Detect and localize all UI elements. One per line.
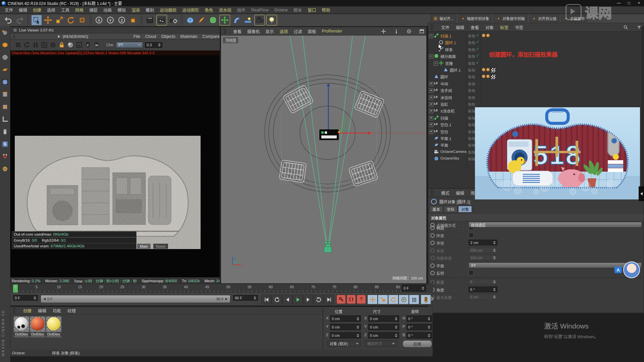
- attribute-spinner[interactable]: 8: [469, 279, 497, 285]
- align-button[interactable]: 对齐到父级: [529, 15, 559, 22]
- attribute-spinner[interactable]: 200 cm: [469, 247, 497, 253]
- visibility-toggle[interactable]: [468, 82, 472, 86]
- menu-item-main[interactable]: 捕捉: [89, 7, 98, 13]
- palette-axis-mode-icon[interactable]: [1, 115, 9, 124]
- menu-item-main[interactable]: 插件: [237, 7, 246, 13]
- material-tag-icon[interactable]: [486, 68, 490, 71]
- palette-texture-mode-icon[interactable]: [1, 53, 9, 62]
- tree-expander[interactable]: +: [429, 123, 433, 127]
- enabled-check-icon[interactable]: ✓: [476, 60, 479, 65]
- attr-tab[interactable]: 坐标: [444, 206, 458, 213]
- coords-input[interactable]: 0 cm: [368, 315, 399, 322]
- toolbar-light-icon[interactable]: [266, 15, 277, 25]
- tree-expander[interactable]: +: [429, 102, 433, 107]
- palette-snap-icon[interactable]: S: [1, 140, 9, 148]
- visibility-toggle[interactable]: [468, 75, 472, 79]
- menu-item-mat[interactable]: 纹理: [67, 307, 76, 314]
- texture-tag-icon[interactable]: [491, 68, 496, 73]
- object-row[interactable]: +L0洗手间: [428, 87, 644, 94]
- menu-item-main[interactable]: 动画: [103, 7, 112, 13]
- menu-item-attr[interactable]: 编辑: [456, 190, 464, 196]
- lv-lock-icon[interactable]: [57, 41, 66, 49]
- palette-paint-icon[interactable]: [1, 165, 9, 173]
- coords-input[interactable]: 0 °: [407, 332, 432, 339]
- menu-item-main[interactable]: 帮助: [322, 7, 330, 13]
- live-viewer-titlebar[interactable]: Live Viewer 3.07-R1: [10, 27, 220, 34]
- attribute-dropdown[interactable]: 自动适应: [469, 222, 642, 228]
- object-row[interactable]: 圆环: [428, 73, 644, 80]
- palette-points-mode-icon[interactable]: [1, 78, 9, 86]
- palette-edges-mode-icon[interactable]: [1, 90, 9, 99]
- toolbar-mograph-cloner-icon[interactable]: [219, 15, 230, 25]
- timeline-range-slider[interactable]: 0 F 90 F: [41, 295, 230, 303]
- live-viewer-menu-item[interactable]: Compare: [203, 34, 220, 39]
- align-button[interactable]: 对象居中到轴: [494, 15, 527, 22]
- material-thumbnail[interactable]: OctGlos: [14, 316, 29, 337]
- menu-item-om[interactable]: 编辑: [456, 24, 464, 31]
- transport-record-auto-button[interactable]: [346, 295, 356, 304]
- live-viewer-menu-item[interactable]: Cloud: [145, 34, 156, 39]
- visibility-toggle[interactable]: [468, 109, 472, 113]
- transport-play-forward-button[interactable]: [292, 295, 303, 304]
- visibility-toggle[interactable]: [472, 62, 475, 65]
- attribute-spinner[interactable]: 100 cm: [469, 255, 497, 260]
- palette-viewport-solo-icon[interactable]: [1, 127, 9, 136]
- menu-item-main[interactable]: 角色: [205, 7, 213, 13]
- material-tag-icon[interactable]: [482, 75, 485, 78]
- object-row[interactable]: +L0中间: [428, 80, 644, 87]
- transport-key-scale-button[interactable]: [378, 295, 388, 304]
- menu-item-viewport[interactable]: 过滤: [294, 28, 302, 35]
- visibility-toggle[interactable]: [472, 103, 475, 106]
- material-tag-icon[interactable]: [482, 68, 485, 71]
- tree-expander[interactable]: +: [429, 96, 433, 100]
- attribute-spinner[interactable]: 2 cm: [469, 240, 497, 245]
- toolbar-subdivision-surface-icon[interactable]: [208, 15, 218, 25]
- attribute-checkbox[interactable]: [469, 270, 474, 275]
- transport-key-parameter-button[interactable]: P: [398, 295, 409, 304]
- menu-item-viewport[interactable]: 显示: [266, 28, 274, 35]
- live-viewer-menu-item[interactable]: File: [133, 34, 140, 39]
- lv-picture-frame-icon[interactable]: [75, 41, 84, 49]
- menu-item-main[interactable]: 流水线: [219, 7, 231, 13]
- panel-collapse-handle[interactable]: [639, 186, 644, 201]
- enabled-check-icon[interactable]: ✓: [476, 33, 479, 38]
- attribute-spinner[interactable]: 5 cm: [469, 294, 497, 300]
- enabled-check-icon[interactable]: ✓: [476, 40, 479, 44]
- attribute-spinner[interactable]: 5 °: [469, 287, 497, 292]
- menu-item-main[interactable]: 工具: [61, 7, 69, 13]
- toolbar-render-view-icon[interactable]: [145, 15, 155, 25]
- tree-expander[interactable]: +: [429, 82, 433, 86]
- visibility-toggle[interactable]: [472, 68, 475, 72]
- tree-expander[interactable]: −: [429, 54, 433, 59]
- lv-pin-material-icon[interactable]: M: [92, 41, 101, 49]
- menu-item-main[interactable]: RealFlow: [251, 8, 269, 12]
- menu-item-mat[interactable]: 编辑: [38, 307, 46, 314]
- material-thumbnail[interactable]: OctGlos: [46, 316, 61, 337]
- visibility-toggle[interactable]: [472, 34, 475, 38]
- material-tag-icon[interactable]: [486, 34, 490, 37]
- coords-input[interactable]: 0 °: [407, 315, 432, 322]
- toolbar-camera-icon[interactable]: [254, 15, 265, 25]
- menu-item-main[interactable]: 创建: [33, 7, 41, 13]
- visibility-toggle[interactable]: [468, 157, 472, 161]
- menu-item-main[interactable]: 窗口: [308, 7, 316, 13]
- visibility-toggle[interactable]: [468, 34, 472, 38]
- menu-item-om[interactable]: 文件: [441, 24, 449, 31]
- palette-magnet-icon[interactable]: [1, 152, 9, 161]
- viewport-pan-view-icon[interactable]: [381, 29, 386, 34]
- transport-key-rotation-button[interactable]: [388, 295, 398, 304]
- viewport-zoom-view-icon[interactable]: [394, 29, 399, 34]
- object-row[interactable]: +L0沐浴间: [428, 94, 644, 101]
- toolbar-render-picture-viewer-icon[interactable]: [156, 15, 167, 25]
- visibility-toggle[interactable]: [468, 123, 472, 127]
- menu-item-main[interactable]: 运动图形: [182, 7, 199, 13]
- menu-item-main[interactable]: 渲染: [131, 7, 140, 13]
- coords-input[interactable]: 0 cm: [368, 324, 399, 330]
- transport-key-position-button[interactable]: [367, 295, 378, 304]
- coords-input[interactable]: 0 cm: [330, 324, 361, 330]
- tree-expander[interactable]: +: [429, 116, 433, 120]
- transport-record-key-button[interactable]: [336, 295, 346, 304]
- toolbar-deformer-bend-icon[interactable]: [231, 15, 241, 25]
- toolbar-lock-y-icon[interactable]: Y: [105, 15, 115, 25]
- attr-tab[interactable]: 基本: [429, 206, 443, 213]
